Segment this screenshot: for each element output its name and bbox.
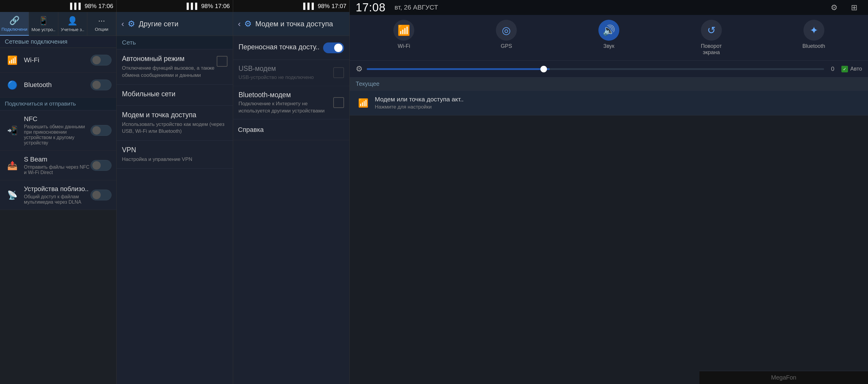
airplane-desc: Отключение функций вызовов, а также обме… [122, 65, 217, 79]
wifi-toggle-switch[interactable] [91, 55, 112, 65]
hotspot-notif-sub: Нажмите для настройки [375, 104, 862, 110]
hotspot-notification[interactable]: 📶 Модем или точка доступа акт.. Нажмите … [350, 91, 868, 115]
panel3-header: ‹ ⚙ Модем и точка доступа [233, 12, 349, 36]
bluetooth-text: Bluetooth [24, 81, 91, 89]
settings-gear-icon-3: ⚙ [244, 19, 252, 29]
usbmodem-text: USB-модем USB-устройство не подключено [239, 65, 333, 81]
panel-other-networks: ▌▌▌ 98% 17:06 ‹ ⚙ Другие сети Сеть Автон… [117, 0, 233, 384]
airplane-checkbox[interactable] [217, 56, 227, 67]
sbeam-text: S Beam Отправить файлы через NFC и Wi-Fi… [24, 155, 91, 175]
auto-label: Авто [850, 66, 862, 72]
btmodem-title: Bluetooth-модем [239, 91, 333, 99]
vpn-item[interactable]: VPN Настройка и управление VPN [117, 141, 233, 169]
hotspot-knob [334, 44, 343, 52]
tab-options-label: Опции [95, 27, 108, 32]
usbmodem-desc: USB-устройство не подключено [239, 74, 333, 81]
sbeam-desc: Отправить файлы через NFC и Wi-Fi Direct [24, 165, 91, 175]
tab-connections[interactable]: 🔗 Подключени [0, 12, 29, 36]
nfc-setting[interactable]: 📲 NFC Разрешить обмен данными при прикос… [0, 110, 116, 151]
rotate-quick-toggle[interactable]: ↺ Поворот экрана [692, 20, 731, 56]
tab-mydevice-label: Мое устро.. [31, 27, 55, 32]
bluetooth-toggle-knob [92, 81, 101, 89]
nearby-toggle[interactable] [91, 189, 112, 200]
quick-toggles-row: 📶 Wi-Fi ◎ GPS 🔊 Звук ↺ Поворот экрана ✦ … [350, 15, 868, 61]
notif-date: вт, 26 АВГУСТ [395, 4, 438, 11]
signal-icon: ▌▌▌ [70, 3, 83, 9]
carrier-name: MegaFon [771, 374, 797, 381]
tethering-item[interactable]: Модем и точка доступа Использовать устро… [117, 106, 233, 141]
options-icon: ··· [98, 16, 105, 25]
gps-quick-toggle[interactable]: ◎ GPS [487, 20, 526, 56]
tab-mydevice[interactable]: 📱 Мое устро.. [29, 12, 58, 36]
sbeam-icon: 📤 [5, 158, 20, 173]
battery-text-3: 98% [318, 3, 330, 9]
nearby-title: Устройства поблизо.. [24, 185, 91, 193]
sbeam-knob [92, 161, 101, 170]
carrier-bar: MegaFon [700, 371, 868, 384]
battery-text-2: 98% [201, 3, 213, 9]
bluetooth-toggle-switch[interactable] [91, 80, 112, 90]
hotspot-text: Переносная точка досту.. [239, 43, 323, 52]
back-button-3[interactable]: ‹ [238, 19, 241, 29]
wifi-toggle-knob [92, 56, 101, 64]
nfc-knob [92, 126, 101, 135]
sbeam-toggle[interactable] [91, 160, 112, 171]
mydevice-icon: 📱 [38, 16, 49, 26]
bluetooth-icon: 🔵 [5, 78, 20, 92]
mobile-networks-item[interactable]: Мобильные сети [117, 85, 233, 106]
airplane-mode-item[interactable]: Автономный режим Отключение функций вызо… [117, 49, 233, 85]
tab-options[interactable]: ··· Опции [87, 12, 116, 36]
help-item[interactable]: Справка [233, 119, 349, 140]
rotate-quick-label: Поворот экрана [692, 43, 731, 56]
tab-accounts[interactable]: 👤 Учетные з.. [58, 12, 87, 36]
grid-button[interactable]: ⊞ [846, 0, 862, 15]
nearby-setting[interactable]: 📡 Устройства поблизо.. Общий доступ к фа… [0, 180, 116, 210]
hotspot-toggle[interactable] [323, 42, 344, 53]
rotate-quick-icon: ↺ [701, 20, 722, 41]
time-text: 17:06 [98, 3, 113, 9]
brightness-thumb[interactable] [540, 66, 547, 72]
auto-brightness-check[interactable]: ✓ Авто [841, 66, 862, 72]
nfc-toggle[interactable] [91, 125, 112, 136]
brightness-icon: ⚙ [356, 64, 363, 73]
tethering-desc: Использовать устройство как модем (через… [122, 121, 227, 135]
sbeam-title: S Beam [24, 155, 91, 163]
status-bar-1: ▌▌▌ 98% 17:06 [0, 0, 116, 12]
vpn-desc: Настройка и управление VPN [122, 156, 227, 163]
notif-top-icons: ⚙ ⊞ [826, 0, 862, 15]
hotspot-title: Переносная точка досту.. [239, 43, 323, 51]
accounts-icon: 👤 [67, 16, 78, 26]
hotspot-item[interactable]: Переносная точка досту.. [233, 36, 349, 60]
time-text-3: 17:07 [332, 3, 346, 9]
notification-drawer: 17:08 вт, 26 АВГУСТ ⚙ ⊞ 📶 Wi-Fi ◎ GPS 🔊 … [350, 0, 868, 384]
connections-icon: 🔗 [9, 16, 20, 25]
sbeam-setting[interactable]: 📤 S Beam Отправить файлы через NFC и Wi-… [0, 151, 116, 180]
bluetooth-quick-toggle[interactable]: ✦ Bluetooth [795, 20, 833, 56]
btmodem-desc: Подключение к Интернету не используется … [239, 100, 333, 115]
settings-button[interactable]: ⚙ [826, 0, 842, 15]
wifi-quick-toggle[interactable]: 📶 Wi-Fi [384, 20, 423, 56]
btmodem-checkbox[interactable] [333, 97, 344, 108]
tab-accounts-label: Учетные з.. [61, 27, 84, 32]
back-button-2[interactable]: ‹ [121, 19, 124, 29]
hotspot-notif-icon: 📶 [356, 95, 371, 110]
sound-quick-icon: 🔊 [598, 20, 619, 41]
hotspot-notif-text: Модем или точка доступа акт.. Нажмите дл… [375, 96, 862, 110]
brightness-slider[interactable] [367, 68, 824, 70]
airplane-text: Автономный режим Отключение функций вызо… [122, 55, 217, 79]
sound-quick-toggle[interactable]: 🔊 Звук [589, 20, 628, 56]
panel3-title: Модем и точка доступа [255, 20, 333, 28]
usbmodem-item[interactable]: USB-модем USB-устройство не подключено [233, 60, 349, 86]
mobile-title: Мобильные сети [122, 90, 227, 98]
signal-icon-3: ▌▌▌ [303, 3, 316, 9]
section-network: Сетевые подключения [0, 36, 116, 48]
wifi-quick-label: Wi-Fi [398, 43, 410, 49]
bluetooth-setting[interactable]: 🔵 Bluetooth [0, 73, 116, 97]
btmodem-item[interactable]: Bluetooth-модем Подключение к Интернету … [233, 86, 349, 120]
nfc-title: NFC [24, 115, 91, 123]
time-text-2: 17:06 [215, 3, 230, 9]
auto-checkbox-icon: ✓ [841, 66, 848, 72]
wifi-setting[interactable]: 📶 Wi-Fi [0, 48, 116, 73]
subheader-connect: Подключиться и отправить [0, 97, 116, 110]
wifi-quick-icon: 📶 [393, 20, 414, 41]
